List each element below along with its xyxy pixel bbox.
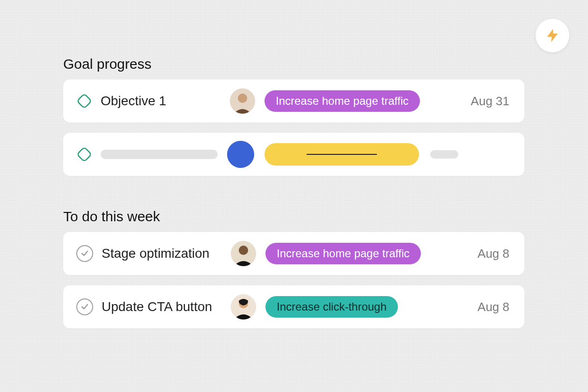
bolt-icon (544, 28, 560, 44)
task-date: Aug 8 (478, 300, 511, 314)
goal-icon (76, 146, 92, 162)
placeholder-tag (265, 143, 419, 166)
task-complete-toggle[interactable] (76, 245, 93, 262)
placeholder-date (430, 150, 458, 159)
avatar[interactable] (231, 294, 256, 319)
task-date: Aug 8 (478, 247, 511, 261)
task-row[interactable]: Stage optimization Increase home page tr… (63, 232, 524, 275)
automation-bolt-button[interactable] (536, 19, 569, 52)
check-icon (81, 249, 89, 258)
diamond-icon (76, 93, 92, 109)
task-title: Update CTA button (102, 299, 228, 314)
goal-tag[interactable]: Increase home page traffic (265, 90, 420, 112)
goal-title: Objective 1 (101, 94, 227, 109)
check-icon (81, 303, 89, 311)
goal-date: Aug 31 (471, 94, 511, 109)
goal-row-placeholder[interactable] (63, 133, 524, 176)
avatar-icon (230, 88, 255, 114)
svg-point-5 (239, 246, 248, 255)
tag-label: Increase home page traffic (276, 94, 409, 108)
svg-point-2 (238, 94, 247, 103)
tag-label: Increase home page traffic (277, 247, 410, 260)
svg-rect-3 (77, 147, 91, 161)
task-tag[interactable]: Increase home page traffic (265, 243, 421, 264)
avatar[interactable] (231, 241, 256, 266)
placeholder-title (101, 150, 218, 159)
placeholder-tag-line (307, 154, 377, 155)
task-complete-toggle[interactable] (76, 298, 93, 315)
tag-label: Increase click-through (277, 300, 387, 313)
task-row[interactable]: Update CTA button Increase click-through… (63, 285, 524, 328)
avatar-icon (231, 294, 256, 319)
section-title-goal-progress: Goal progress (63, 56, 524, 72)
goal-row[interactable]: Objective 1 Increase home page traffic A… (63, 80, 524, 123)
task-tag[interactable]: Increase click-through (265, 296, 398, 318)
section-title-todo-week: To do this week (63, 209, 524, 225)
diamond-icon (76, 146, 92, 162)
goal-icon (76, 93, 92, 109)
main-content: Goal progress Objective 1 Increase home … (63, 56, 524, 339)
svg-rect-0 (77, 94, 91, 108)
avatar-icon (231, 241, 256, 266)
avatar[interactable] (230, 88, 255, 114)
task-title: Stage optimization (102, 246, 228, 261)
placeholder-avatar (227, 141, 254, 168)
